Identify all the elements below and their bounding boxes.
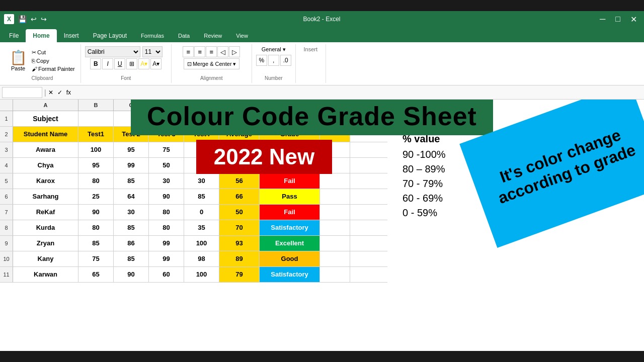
font-color-button[interactable]: A▾: [150, 58, 162, 69]
cell-d7[interactable]: 80: [149, 205, 184, 220]
cell-e8[interactable]: 35: [184, 220, 219, 235]
quick-access-undo[interactable]: ↩: [31, 15, 37, 23]
cell-c10[interactable]: 85: [114, 251, 149, 266]
cell-a6[interactable]: Sarhang: [13, 189, 78, 204]
cell-a8[interactable]: Kurda: [13, 220, 78, 235]
italic-button[interactable]: I: [102, 58, 113, 69]
cell-h3[interactable]: [320, 142, 350, 157]
indent-dec-button[interactable]: ◁: [217, 46, 228, 57]
col-header-e[interactable]: E: [184, 100, 219, 111]
cell-b10[interactable]: 75: [78, 251, 114, 266]
cell-b7[interactable]: 90: [78, 205, 114, 220]
cell-d10[interactable]: 99: [149, 251, 184, 266]
cell-g9[interactable]: Excellent: [260, 236, 320, 251]
align-right-button[interactable]: ≡: [206, 46, 217, 57]
cell-e3[interactable]: 100: [184, 142, 219, 157]
cell-d1[interactable]: [149, 111, 184, 126]
paste-button[interactable]: 📋 Paste: [8, 48, 28, 72]
cell-b2[interactable]: Test1: [78, 127, 114, 142]
close-btn[interactable]: ✕: [627, 15, 640, 24]
bold-button[interactable]: B: [90, 58, 101, 69]
cell-h10[interactable]: [320, 251, 350, 266]
cut-button[interactable]: ✂ Cut: [30, 49, 76, 56]
cell-h6[interactable]: [320, 189, 350, 204]
tab-file[interactable]: File: [2, 29, 26, 42]
border-button[interactable]: ⊞: [126, 58, 137, 69]
formula-insert-function[interactable]: fx: [66, 89, 71, 96]
formula-cancel[interactable]: ✕: [48, 89, 53, 96]
cell-f4[interactable]: 86: [219, 158, 260, 173]
cell-c11[interactable]: 90: [114, 267, 149, 282]
indent-inc-button[interactable]: ▷: [229, 46, 240, 57]
percent-button[interactable]: %: [256, 55, 267, 66]
cell-b9[interactable]: 85: [78, 236, 114, 251]
tab-insert[interactable]: Insert: [57, 29, 86, 42]
cell-c7[interactable]: 30: [114, 205, 149, 220]
cell-d9[interactable]: 99: [149, 236, 184, 251]
cell-c9[interactable]: 86: [114, 236, 149, 251]
tab-data[interactable]: Data: [171, 29, 197, 42]
cell-b1[interactable]: [78, 111, 114, 126]
merge-center-button[interactable]: ⊡ Merge & Center ▾: [184, 58, 239, 69]
cell-c2[interactable]: Test 2: [114, 127, 149, 142]
cell-a5[interactable]: Karox: [13, 173, 78, 189]
corner-cell[interactable]: [0, 100, 13, 111]
fill-color-button[interactable]: A▾: [138, 58, 149, 69]
cell-f8[interactable]: 70: [219, 220, 260, 235]
cell-f9[interactable]: 93: [219, 236, 260, 251]
formula-input[interactable]: [73, 87, 642, 98]
cell-c5[interactable]: 85: [114, 173, 149, 189]
col-header-b[interactable]: B: [78, 100, 114, 111]
cell-h11[interactable]: [320, 267, 350, 282]
cell-g7[interactable]: Fail: [260, 205, 320, 220]
cell-f3[interactable]: 93: [219, 142, 260, 157]
cell-g1[interactable]: [260, 111, 320, 126]
cell-a9[interactable]: Zryan: [13, 236, 78, 251]
quick-access-redo[interactable]: ↪: [41, 15, 47, 23]
cell-e2[interactable]: Test4: [184, 127, 219, 142]
cell-e9[interactable]: 100: [184, 236, 219, 251]
cell-b4[interactable]: 95: [78, 158, 114, 173]
maximize-btn[interactable]: □: [612, 15, 623, 24]
cell-e10[interactable]: 98: [184, 251, 219, 266]
cell-e4[interactable]: 98: [184, 158, 219, 173]
cell-g5[interactable]: Fail: [260, 173, 320, 189]
cell-a1[interactable]: Subject: [13, 111, 78, 126]
col-header-h[interactable]: H: [320, 100, 350, 111]
cell-d3[interactable]: 75: [149, 142, 184, 157]
cell-a7[interactable]: ReKaf: [13, 205, 78, 220]
cell-b11[interactable]: 65: [78, 267, 114, 282]
font-size-select[interactable]: 11: [142, 46, 163, 57]
cell-f11[interactable]: 79: [219, 267, 260, 282]
cell-h5[interactable]: [320, 173, 350, 189]
cell-h2[interactable]: [320, 127, 350, 142]
cell-b3[interactable]: 100: [78, 142, 114, 157]
cell-a11[interactable]: Karwan: [13, 267, 78, 282]
cell-h4[interactable]: [320, 158, 350, 173]
cell-g10[interactable]: Good: [260, 251, 320, 266]
cell-e7[interactable]: 0: [184, 205, 219, 220]
cell-d2[interactable]: Test 3: [149, 127, 184, 142]
cell-e6[interactable]: 85: [184, 189, 219, 204]
cell-c4[interactable]: 99: [114, 158, 149, 173]
font-name-select[interactable]: Calibri: [85, 46, 140, 57]
cell-g6[interactable]: Pass: [260, 189, 320, 204]
cell-a10[interactable]: Kany: [13, 251, 78, 266]
cell-d6[interactable]: 90: [149, 189, 184, 204]
comma-button[interactable]: ,: [268, 55, 279, 66]
cell-e11[interactable]: 100: [184, 267, 219, 282]
cell-e1[interactable]: Math: [184, 111, 219, 126]
cell-g11[interactable]: Satisfactory: [260, 267, 320, 282]
cell-d11[interactable]: 60: [149, 267, 184, 282]
cell-b8[interactable]: 80: [78, 220, 114, 235]
tab-page-layout[interactable]: Page Layout: [86, 29, 134, 42]
cell-e5[interactable]: 30: [184, 173, 219, 189]
cell-c1[interactable]: [114, 111, 149, 126]
copy-button[interactable]: ⎘ Copy: [30, 57, 76, 64]
cell-h7[interactable]: [320, 205, 350, 220]
tab-view[interactable]: View: [229, 29, 255, 42]
minimize-btn[interactable]: ─: [597, 15, 608, 24]
tab-more[interactable]: Formulas: [134, 29, 171, 42]
cell-b5[interactable]: 80: [78, 173, 114, 189]
tab-review[interactable]: Review: [197, 29, 229, 42]
